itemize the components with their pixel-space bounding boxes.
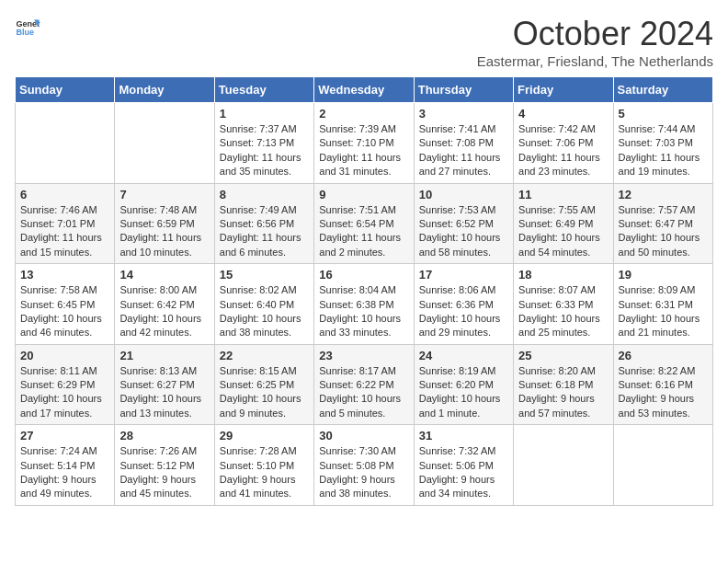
calendar-week-row: 13Sunrise: 7:58 AMSunset: 6:45 PMDayligh… [16,264,713,345]
day-info: Sunrise: 8:07 AMSunset: 6:33 PMDaylight:… [518,283,608,340]
calendar-cell: 1Sunrise: 7:37 AMSunset: 7:13 PMDaylight… [214,103,313,184]
calendar-cell: 20Sunrise: 8:11 AMSunset: 6:29 PMDayligh… [16,344,115,425]
day-info: Sunrise: 8:17 AMSunset: 6:22 PMDaylight:… [319,364,408,421]
day-number: 18 [518,268,608,282]
day-info: Sunrise: 7:49 AMSunset: 6:56 PMDaylight:… [220,203,309,260]
day-number: 14 [119,268,209,282]
calendar-cell: 6Sunrise: 7:46 AMSunset: 7:01 PMDaylight… [16,183,115,264]
calendar-cell: 11Sunrise: 7:55 AMSunset: 6:49 PMDayligh… [514,183,613,264]
day-number: 31 [419,429,508,442]
day-number: 1 [220,107,309,121]
calendar-cell: 29Sunrise: 7:28 AMSunset: 5:10 PMDayligh… [214,425,313,506]
day-number: 26 [619,349,708,362]
day-number: 2 [319,107,408,121]
day-info: Sunrise: 8:19 AMSunset: 6:20 PMDaylight:… [419,364,508,421]
day-info: Sunrise: 7:37 AMSunset: 7:13 PMDaylight:… [220,122,309,179]
calendar-cell: 28Sunrise: 7:26 AMSunset: 5:12 PMDayligh… [115,425,214,506]
weekday-header: Friday [514,77,613,103]
weekday-header: Saturday [613,77,712,103]
day-number: 4 [518,107,608,121]
calendar-cell: 25Sunrise: 8:20 AMSunset: 6:18 PMDayligh… [514,344,613,425]
calendar-cell: 15Sunrise: 8:02 AMSunset: 6:40 PMDayligh… [214,264,313,345]
day-number: 22 [220,349,309,362]
calendar-cell: 27Sunrise: 7:24 AMSunset: 5:14 PMDayligh… [16,425,115,506]
day-info: Sunrise: 8:11 AMSunset: 6:29 PMDaylight:… [20,364,109,421]
calendar-cell: 9Sunrise: 7:51 AMSunset: 6:54 PMDaylight… [314,183,414,264]
day-number: 11 [518,188,608,201]
weekday-header-row: SundayMondayTuesdayWednesdayThursdayFrid… [16,77,713,103]
calendar-week-row: 20Sunrise: 8:11 AMSunset: 6:29 PMDayligh… [16,344,713,425]
weekday-header: Sunday [16,77,115,103]
calendar-cell [16,103,115,184]
page-header: General Blue October 2024 Eastermar, Fri… [15,15,713,69]
day-info: Sunrise: 7:51 AMSunset: 6:54 PMDaylight:… [319,203,408,260]
day-info: Sunrise: 8:13 AMSunset: 6:27 PMDaylight:… [119,364,209,421]
day-info: Sunrise: 7:32 AMSunset: 5:06 PMDaylight:… [419,444,508,501]
day-info: Sunrise: 8:09 AMSunset: 6:31 PMDaylight:… [619,283,708,340]
day-number: 5 [619,107,708,121]
calendar-week-row: 6Sunrise: 7:46 AMSunset: 7:01 PMDaylight… [16,183,713,264]
day-info: Sunrise: 7:28 AMSunset: 5:10 PMDaylight:… [220,444,309,501]
day-info: Sunrise: 7:24 AMSunset: 5:14 PMDaylight:… [20,444,109,501]
calendar-cell: 10Sunrise: 7:53 AMSunset: 6:52 PMDayligh… [414,183,513,264]
calendar-cell: 23Sunrise: 8:17 AMSunset: 6:22 PMDayligh… [314,344,414,425]
day-number: 29 [220,429,309,442]
day-number: 24 [419,349,508,362]
calendar-cell: 26Sunrise: 8:22 AMSunset: 6:16 PMDayligh… [613,344,712,425]
calendar-cell: 17Sunrise: 8:06 AMSunset: 6:36 PMDayligh… [414,264,513,345]
month-title: October 2024 [477,15,713,53]
title-block: October 2024 Eastermar, Friesland, The N… [477,15,713,69]
day-info: Sunrise: 8:00 AMSunset: 6:42 PMDaylight:… [119,283,209,340]
day-info: Sunrise: 7:57 AMSunset: 6:47 PMDaylight:… [619,203,708,260]
calendar-cell: 14Sunrise: 8:00 AMSunset: 6:42 PMDayligh… [115,264,214,345]
day-number: 13 [20,268,109,282]
logo: General Blue [15,15,40,40]
day-info: Sunrise: 7:55 AMSunset: 6:49 PMDaylight:… [518,203,608,260]
calendar-week-row: 27Sunrise: 7:24 AMSunset: 5:14 PMDayligh… [16,425,713,506]
day-number: 6 [20,188,109,201]
calendar-cell: 16Sunrise: 8:04 AMSunset: 6:38 PMDayligh… [314,264,414,345]
calendar-cell: 3Sunrise: 7:41 AMSunset: 7:08 PMDaylight… [414,103,513,184]
calendar-cell: 22Sunrise: 8:15 AMSunset: 6:25 PMDayligh… [214,344,313,425]
calendar-cell: 7Sunrise: 7:48 AMSunset: 6:59 PMDaylight… [115,183,214,264]
day-number: 10 [419,188,508,201]
day-info: Sunrise: 7:48 AMSunset: 6:59 PMDaylight:… [119,203,209,260]
logo-icon: General Blue [15,15,40,40]
day-number: 3 [419,107,508,121]
day-info: Sunrise: 7:41 AMSunset: 7:08 PMDaylight:… [419,122,508,179]
calendar-cell: 31Sunrise: 7:32 AMSunset: 5:06 PMDayligh… [414,425,513,506]
day-info: Sunrise: 7:39 AMSunset: 7:10 PMDaylight:… [319,122,408,179]
day-info: Sunrise: 8:06 AMSunset: 6:36 PMDaylight:… [419,283,508,340]
day-number: 28 [119,429,209,442]
day-info: Sunrise: 7:42 AMSunset: 7:06 PMDaylight:… [518,122,608,179]
day-number: 27 [20,429,109,442]
calendar-cell: 13Sunrise: 7:58 AMSunset: 6:45 PMDayligh… [16,264,115,345]
calendar-cell: 4Sunrise: 7:42 AMSunset: 7:06 PMDaylight… [514,103,613,184]
day-number: 17 [419,268,508,282]
calendar-week-row: 1Sunrise: 7:37 AMSunset: 7:13 PMDaylight… [16,103,713,184]
calendar-table: SundayMondayTuesdayWednesdayThursdayFrid… [15,76,713,506]
weekday-header: Tuesday [214,77,313,103]
weekday-header: Wednesday [314,77,414,103]
day-info: Sunrise: 8:04 AMSunset: 6:38 PMDaylight:… [319,283,408,340]
day-number: 19 [619,268,708,282]
day-number: 8 [220,188,309,201]
calendar-cell: 12Sunrise: 7:57 AMSunset: 6:47 PMDayligh… [613,183,712,264]
calendar-cell: 8Sunrise: 7:49 AMSunset: 6:56 PMDaylight… [214,183,313,264]
calendar-cell: 5Sunrise: 7:44 AMSunset: 7:03 PMDaylight… [613,103,712,184]
day-number: 21 [119,349,209,362]
day-info: Sunrise: 7:30 AMSunset: 5:08 PMDaylight:… [319,444,408,501]
day-info: Sunrise: 7:26 AMSunset: 5:12 PMDaylight:… [119,444,209,501]
day-info: Sunrise: 8:02 AMSunset: 6:40 PMDaylight:… [220,283,309,340]
day-number: 30 [319,429,408,442]
weekday-header: Thursday [414,77,513,103]
location-subtitle: Eastermar, Friesland, The Netherlands [477,53,713,69]
calendar-cell: 18Sunrise: 8:07 AMSunset: 6:33 PMDayligh… [514,264,613,345]
day-info: Sunrise: 7:53 AMSunset: 6:52 PMDaylight:… [419,203,508,260]
day-info: Sunrise: 8:15 AMSunset: 6:25 PMDaylight:… [220,364,309,421]
day-number: 20 [20,349,109,362]
day-info: Sunrise: 7:44 AMSunset: 7:03 PMDaylight:… [619,122,708,179]
day-info: Sunrise: 7:58 AMSunset: 6:45 PMDaylight:… [20,283,109,340]
day-number: 12 [619,188,708,201]
svg-text:Blue: Blue [16,28,34,37]
